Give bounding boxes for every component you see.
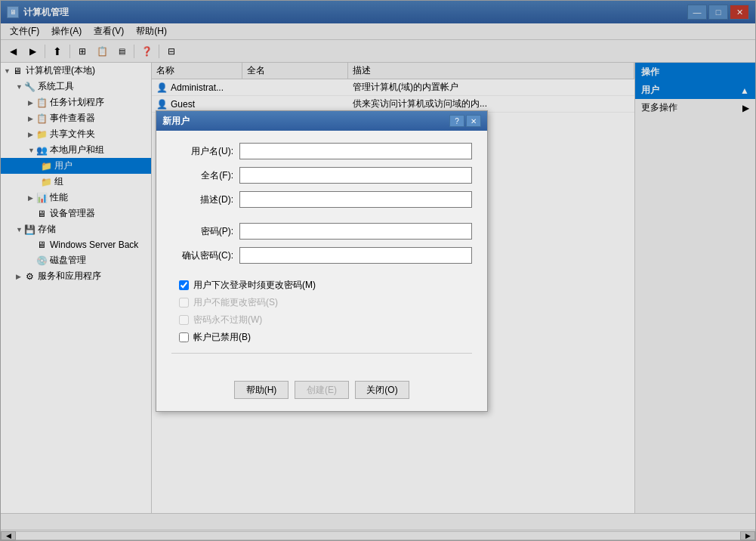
dialog-title-bar: 新用户 ? ✕ bbox=[156, 111, 487, 131]
dialog-close-button[interactable]: 关闭(O) bbox=[355, 381, 409, 399]
checkbox-label-4: 帐户已禁用(B) bbox=[193, 331, 251, 344]
checkbox-label-2: 用户不能更改密码(S) bbox=[193, 296, 278, 309]
form-row-confirm-password: 确认密码(C): bbox=[171, 247, 472, 264]
input-password[interactable] bbox=[239, 223, 472, 240]
checkbox-row-3: 密码永不过期(W) bbox=[171, 314, 472, 326]
form-row-username: 用户名(U): bbox=[171, 143, 472, 159]
checkbox-row-1: 用户下次登录时须更改密码(M) bbox=[171, 279, 472, 292]
dialog-content: 用户名(U): 全名(F): 描述(D): 密码(P): bbox=[156, 131, 487, 375]
dialog-title-buttons: ? ✕ bbox=[449, 115, 481, 127]
label-confirm-password: 确认密码(C): bbox=[171, 249, 239, 262]
dialog-separator bbox=[171, 353, 472, 354]
form-spacer-1 bbox=[171, 215, 472, 223]
input-description[interactable] bbox=[239, 191, 472, 208]
checkbox-label-1: 用户下次登录时须更改密码(M) bbox=[193, 279, 316, 292]
checkbox-label-3: 密码永不过期(W) bbox=[193, 314, 262, 326]
dialog-footer: 帮助(H) 创建(E) 关闭(O) bbox=[156, 375, 487, 411]
dialog-help-button[interactable]: 帮助(H) bbox=[234, 381, 289, 399]
input-fullname[interactable] bbox=[239, 167, 472, 184]
form-row-fullname: 全名(F): bbox=[171, 167, 472, 184]
checkbox-cannot-change-pw[interactable] bbox=[179, 298, 189, 308]
label-username: 用户名(U): bbox=[171, 145, 239, 158]
form-spacer-2 bbox=[171, 271, 472, 279]
modal-overlay: 新用户 ? ✕ 用户名(U): 全名(F): bbox=[1, 1, 755, 540]
dialog-create-button[interactable]: 创建(E) bbox=[295, 381, 349, 399]
form-row-password: 密码(P): bbox=[171, 223, 472, 240]
checkbox-row-2: 用户不能更改密码(S) bbox=[171, 296, 472, 309]
new-user-dialog: 新用户 ? ✕ 用户名(U): 全名(F): bbox=[156, 110, 488, 412]
dialog-title: 新用户 bbox=[162, 115, 190, 128]
checkbox-pw-never-expire[interactable] bbox=[179, 315, 189, 325]
label-description: 描述(D): bbox=[171, 193, 239, 206]
checkbox-account-disabled[interactable] bbox=[179, 332, 189, 342]
input-username[interactable] bbox=[239, 143, 472, 159]
label-fullname: 全名(F): bbox=[171, 169, 239, 182]
input-confirm-password[interactable] bbox=[239, 247, 472, 264]
dialog-help-icon[interactable]: ? bbox=[449, 115, 464, 127]
checkbox-must-change-pw[interactable] bbox=[179, 280, 189, 290]
label-password: 密码(P): bbox=[171, 225, 239, 238]
checkbox-row-4: 帐户已禁用(B) bbox=[171, 331, 472, 344]
dialog-close-icon[interactable]: ✕ bbox=[466, 115, 481, 127]
form-row-description: 描述(D): bbox=[171, 191, 472, 208]
